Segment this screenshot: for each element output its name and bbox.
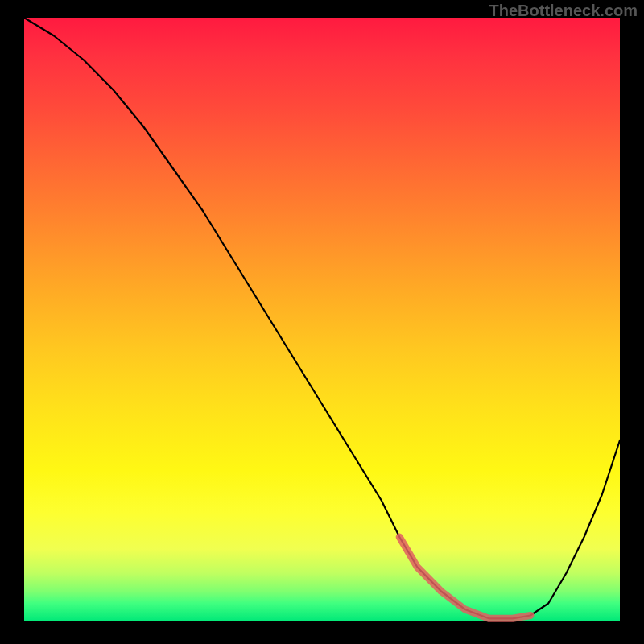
chart-svg	[24, 18, 620, 621]
bottleneck-curve-line	[24, 18, 620, 618]
highlight-trough-line	[399, 537, 530, 618]
chart-plot-area	[24, 18, 620, 621]
watermark-text: TheBottleneck.com	[489, 2, 638, 20]
